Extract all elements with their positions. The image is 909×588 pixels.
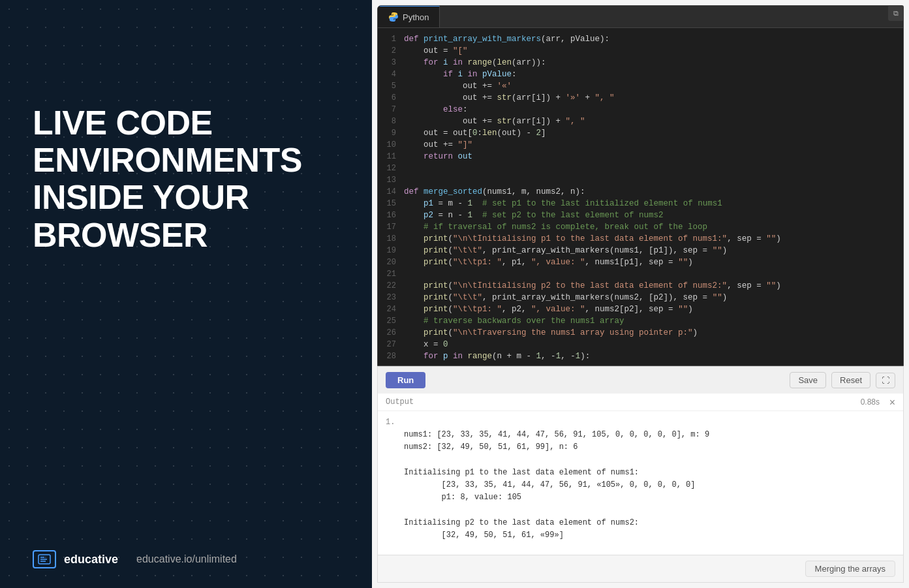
- output-time: 0.88s: [861, 397, 880, 407]
- python-tab[interactable]: Python: [378, 6, 440, 27]
- hero-text: LIVE CODE ENVIRONMENTS INSIDE YOUR BROWS…: [33, 104, 339, 254]
- expand-button[interactable]: ⛶: [876, 373, 895, 388]
- code-line: 13: [378, 174, 903, 186]
- code-line: 28 for p in range(n + m - 1, -1, -1):: [378, 350, 903, 362]
- output-text: nums1: [23, 33, 35, 41, 44, 47, 56, 91, …: [404, 416, 709, 554]
- code-line: 14 def merge_sorted(nums1, m, nums2, n):: [378, 186, 903, 198]
- code-line: 16 p2 = n - 1 # set p2 to the last eleme…: [378, 209, 903, 221]
- code-line: 2 out = "[": [378, 45, 903, 57]
- code-line: 18 print("\n\tInitialising p1 to the las…: [378, 233, 903, 245]
- close-output-button[interactable]: ×: [889, 397, 895, 408]
- output-label: Output: [386, 397, 414, 407]
- reset-button[interactable]: Reset: [831, 372, 870, 388]
- code-line: 1 def print_array_with_markers(arr, pVal…: [378, 33, 903, 45]
- brand-logo-icon: [33, 550, 56, 568]
- code-line: 4 if i in pValue:: [378, 69, 903, 80]
- code-line: 20 print("\t\tp1: ", p1, ", value: ", nu…: [378, 256, 903, 268]
- code-line: 12: [378, 162, 903, 174]
- code-line: 11 return out: [378, 151, 903, 162]
- right-panel: Python ⧉ 1 def print_array_with_markers(…: [372, 0, 909, 588]
- left-panel: LIVE CODE ENVIRONMENTS INSIDE YOUR BROWS…: [0, 0, 372, 588]
- code-line: 21: [378, 268, 903, 280]
- brand-name: educative: [64, 553, 118, 566]
- code-line: 9 out = out[0:len(out) - 2]: [378, 127, 903, 139]
- code-window: Python ⧉ 1 def print_array_with_markers(…: [377, 5, 904, 366]
- save-button[interactable]: Save: [790, 372, 826, 388]
- merging-status-badge: Merging the arrays: [805, 561, 895, 577]
- code-area[interactable]: 1 def print_array_with_markers(arr, pVal…: [378, 28, 903, 365]
- code-line: 7 else:: [378, 104, 903, 116]
- output-header: Output 0.88s: [378, 394, 903, 411]
- brand-section: educative educative.io/unlimited: [33, 550, 339, 568]
- code-line: 25 # traverse backwards over the nums1 a…: [378, 315, 903, 327]
- code-line: 5 out += '«': [378, 80, 903, 92]
- code-line: 15 p1 = m - 1 # set p1 to the last initi…: [378, 198, 903, 209]
- status-bar: Merging the arrays: [377, 555, 904, 583]
- python-icon: [388, 12, 399, 22]
- output-content[interactable]: 1. nums1: [23, 33, 35, 41, 44, 47, 56, 9…: [378, 411, 903, 555]
- code-line: 23 print("\t\t", print_array_with_marker…: [378, 292, 903, 303]
- code-line: 8 out += str(arr[i]) + ", ": [378, 116, 903, 127]
- code-line: 6 out += str(arr[i]) + '»' + ", ": [378, 92, 903, 104]
- tab-bar: Python ⧉: [378, 6, 903, 28]
- code-line: 27 x = 0: [378, 339, 903, 350]
- code-line: 26 print("\n\tTraversing the nums1 array…: [378, 327, 903, 339]
- code-line: 19 print("\t\t", print_array_with_marker…: [378, 245, 903, 256]
- run-button[interactable]: Run: [386, 372, 425, 388]
- hero-title: LIVE CODE ENVIRONMENTS INSIDE YOUR BROWS…: [33, 104, 339, 254]
- code-line: 24 print("\t\tp1: ", p2, ", value: ", nu…: [378, 303, 903, 315]
- code-line: 3 for i in range(len(arr)):: [378, 57, 903, 69]
- tab-label: Python: [403, 12, 429, 22]
- code-line: 17 # if traversal of nums2 is complete, …: [378, 221, 903, 233]
- copy-icon[interactable]: ⧉: [888, 5, 904, 21]
- output-panel: × Output 0.88s 1. nums1: [23, 33, 35, 41…: [377, 394, 904, 555]
- toolbar: Run Save Reset ⛶: [377, 366, 904, 394]
- code-line: 22 print("\n\tInitialising p2 to the las…: [378, 280, 903, 292]
- code-line: 10 out += "]": [378, 139, 903, 151]
- output-row: 1. nums1: [23, 33, 35, 41, 44, 47, 56, 9…: [386, 416, 895, 554]
- brand-url: educative.io/unlimited: [136, 553, 237, 565]
